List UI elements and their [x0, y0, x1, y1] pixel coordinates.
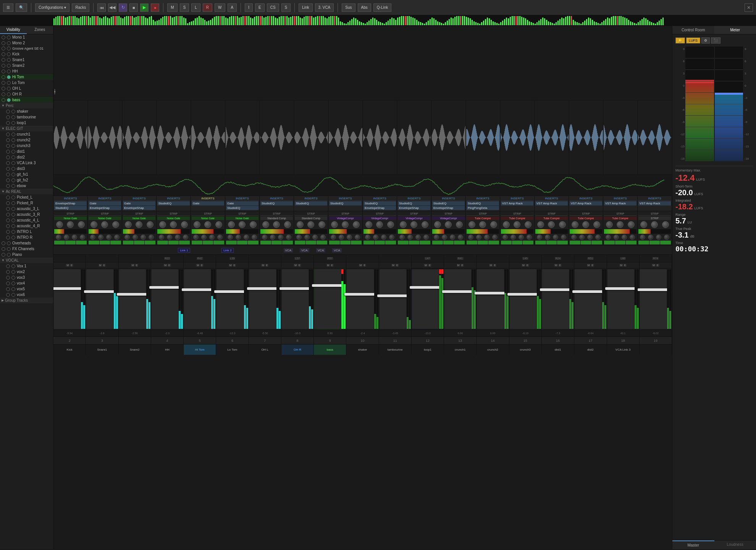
strip-knob-2[interactable] — [422, 221, 428, 228]
mute-btn-2[interactable]: M — [131, 264, 135, 267]
edit-btn-13[interactable]: E — [493, 264, 497, 267]
strip-knob-1[interactable] — [582, 221, 589, 228]
sidebar-item-intro-l[interactable]: INTRO L — [0, 229, 53, 235]
strip-small-knob[interactable] — [399, 235, 405, 240]
mute-btn-1[interactable]: M — [99, 264, 102, 267]
sidebar-item-hitom[interactable]: Hi Tom — [0, 74, 53, 80]
track-visibility-dot[interactable] — [6, 155, 10, 159]
edit-btn-1[interactable]: E — [102, 264, 106, 267]
track-active-dot[interactable] — [7, 58, 11, 62]
strip-knob-2[interactable] — [284, 221, 291, 228]
insert-plugin[interactable]: Gate — [123, 201, 155, 205]
track-active-dot[interactable] — [11, 236, 15, 239]
track-visibility-dot[interactable] — [6, 138, 10, 142]
strip-small-knob[interactable] — [217, 235, 223, 240]
prev-btn[interactable]: ◀◀ — [108, 3, 116, 12]
strip-knob-0[interactable] — [331, 221, 338, 228]
insert-plugin[interactable]: EnvelopeShap — [123, 206, 155, 210]
fader-handle-8[interactable] — [312, 284, 343, 287]
track-visibility-dot[interactable] — [2, 41, 5, 45]
m-btn[interactable]: M — [167, 3, 177, 12]
insert-plugin[interactable]: StudioEQ — [432, 201, 465, 205]
strip-small-knob[interactable] — [228, 235, 233, 240]
strip-small-knob[interactable] — [80, 235, 85, 240]
fader-track-13[interactable] — [477, 269, 504, 329]
edit-btn-7[interactable]: E — [298, 264, 301, 267]
mute-btn-16[interactable]: M — [587, 264, 591, 267]
strip-knob-1[interactable] — [479, 221, 486, 228]
track-active-dot[interactable] — [11, 115, 15, 119]
cycle-btn[interactable]: ↻ — [119, 3, 127, 12]
track-active-dot[interactable] — [7, 247, 11, 251]
sidebar-item-dist1[interactable]: dist1 — [0, 149, 53, 154]
strip-small-knob[interactable] — [355, 235, 360, 240]
track-visibility-dot[interactable] — [6, 133, 10, 136]
strip-small-knob[interactable] — [484, 235, 489, 240]
strip-knob-1[interactable] — [239, 221, 246, 228]
strip-small-knob[interactable] — [553, 235, 558, 240]
sidebar-item-vox4[interactable]: vox4 — [0, 280, 53, 286]
strip-knob-1[interactable] — [101, 221, 108, 228]
track-active-dot[interactable] — [11, 110, 15, 113]
channel-label-crunch3[interactable]: crunch3 — [509, 345, 542, 355]
insert-plugin[interactable]: VST Amp Rack — [604, 201, 636, 205]
fader-handle-2[interactable] — [117, 293, 148, 296]
track-visibility-dot[interactable] — [6, 287, 10, 291]
track-visibility-dot[interactable] — [6, 110, 10, 113]
mute-btn-7[interactable]: M — [294, 264, 297, 267]
fader-handle-17[interactable] — [605, 287, 636, 290]
sidebar-item-mono2[interactable]: Mono 2 — [0, 40, 53, 46]
strip-small-knob[interactable] — [347, 235, 352, 240]
e-btn[interactable]: E — [255, 3, 265, 12]
strip-plugin-name[interactable]: VintageCompr — [398, 217, 430, 220]
strip-small-knob[interactable] — [236, 235, 241, 240]
lufs-mode-btn[interactable]: LUFS — [686, 37, 700, 44]
track-active-dot[interactable] — [11, 213, 15, 217]
insert-plugin[interactable]: StudioEQ — [363, 201, 396, 205]
mute-btn-17[interactable]: M — [619, 264, 623, 267]
vocal-expand-arrow[interactable]: ▼ — [2, 259, 5, 262]
insert-plugin[interactable]: EnvelopeShap — [432, 206, 465, 210]
sidebar-group-perc[interactable]: ▼ Perc — [0, 103, 53, 108]
strip-knob-0[interactable] — [194, 221, 200, 228]
lufs-settings-btn[interactable]: ⚙ — [701, 37, 710, 44]
edit-btn-18[interactable]: E — [656, 264, 659, 267]
insert-plugin[interactable]: StudioEQ — [157, 201, 190, 205]
strip-knob-1[interactable] — [67, 221, 74, 228]
mute-btn-6[interactable]: M — [261, 264, 265, 267]
w-btn[interactable]: W — [215, 3, 225, 12]
insert-plugin[interactable]: StudioEQ — [398, 201, 430, 205]
control-room-tab[interactable]: Control Room — [672, 26, 714, 34]
strip-knob-0[interactable] — [297, 221, 304, 228]
strip-small-knob[interactable] — [183, 235, 188, 240]
strip-knob-2[interactable] — [147, 221, 153, 228]
strip-knob-2[interactable] — [353, 221, 360, 228]
track-active-dot[interactable] — [7, 41, 11, 45]
rewind-btn[interactable]: ⏮ — [97, 3, 106, 12]
track-visibility-dot[interactable] — [6, 224, 10, 228]
mute-btn-8[interactable]: M — [326, 264, 330, 267]
track-active-dot[interactable] — [7, 75, 11, 79]
fader-track-3[interactable] — [152, 269, 178, 329]
lufs-display-btn[interactable]: ⬛ — [711, 37, 720, 44]
group-tracks-expand-arrow[interactable]: ▶ — [2, 299, 4, 302]
fader-track-18[interactable] — [640, 269, 667, 329]
edit-btn-12[interactable]: E — [460, 264, 464, 267]
sidebar-item-dist2[interactable]: dist2 — [0, 154, 53, 160]
mute-btn-11[interactable]: M — [424, 264, 428, 267]
zones-tab[interactable]: Zones — [27, 26, 53, 34]
strip-small-knob[interactable] — [595, 235, 601, 240]
insert-plugin[interactable]: StudioEQ — [226, 206, 258, 210]
edit-btn-15[interactable]: E — [558, 264, 562, 267]
strip-knob-2[interactable] — [490, 221, 497, 228]
strip-knob-0[interactable] — [90, 221, 97, 228]
edit-btn-2[interactable]: E — [135, 264, 139, 267]
sidebar-item-git-fx2[interactable]: git_fx2 — [0, 177, 53, 183]
record-btn[interactable]: ● — [151, 3, 159, 12]
mute-btn-3[interactable]: M — [163, 264, 167, 267]
strip-knob-1[interactable] — [204, 221, 211, 228]
sidebar-item-acoustic3r[interactable]: acoustic_3_R — [0, 212, 53, 217]
track-active-dot[interactable] — [7, 70, 11, 73]
track-active-dot[interactable] — [11, 184, 15, 188]
sus-btn[interactable]: Sus — [342, 3, 355, 12]
